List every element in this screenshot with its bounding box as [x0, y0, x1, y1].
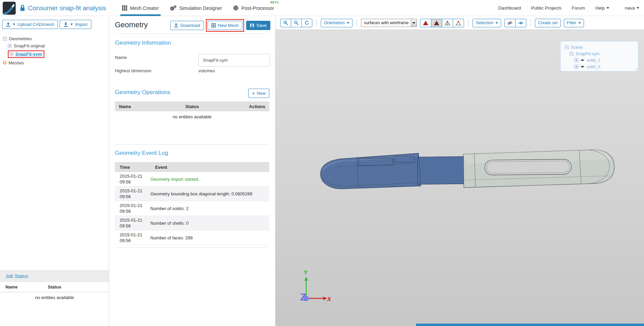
job-status-header: Job Status — [0, 270, 109, 282]
points-mode-button[interactable] — [453, 19, 464, 27]
tab-label: Post-Processor — [241, 5, 274, 11]
create-set-button[interactable]: Create set — [535, 19, 561, 27]
plus-icon: + — [252, 91, 255, 96]
tree-node-snapfit-sym[interactable]: SnapFit-sym — [8, 50, 45, 59]
collapse-icon[interactable] — [570, 52, 573, 56]
tab-simulation-designer[interactable]: Simulation Designer — [170, 0, 222, 16]
snapfit-model[interactable] — [317, 147, 617, 195]
viewer-canvas[interactable]: Scene SnapFit-sym solid_1 — [275, 29, 644, 326]
event-time: 2015-01-21 09:56 — [115, 216, 150, 230]
scene-node-solid-1[interactable]: solid_1 — [560, 57, 638, 63]
viewer-toolbar: Orientation surfaces with wireframe — [275, 16, 644, 29]
left-sidebar: Upload CAD/mesh Import Geometries SnapFi… — [0, 16, 109, 326]
filter-dropdown[interactable]: Filter — [564, 19, 584, 27]
app-logo[interactable] — [3, 2, 16, 15]
column-header-name: Name — [5, 284, 17, 290]
visibility-eye-icon[interactable] — [580, 65, 585, 68]
scene-node-solid-0[interactable]: solid_0 — [560, 63, 638, 70]
tree-node-meshes[interactable]: Meshes — [3, 60, 45, 66]
operations-table: Name Status Actions no entities availabl… — [115, 102, 269, 145]
wireframe-mode-button[interactable] — [442, 19, 453, 27]
name-input[interactable] — [198, 54, 270, 66]
show-all-button[interactable] — [515, 19, 526, 27]
save-label: Save — [256, 23, 267, 28]
chevron-down-icon — [413, 22, 415, 24]
expand-icon[interactable] — [8, 44, 12, 48]
section-heading-event-log: Geometry Event Log — [115, 150, 168, 157]
tab-post-processor[interactable]: Post-Processor BETA — [233, 0, 274, 16]
upload-cad-button[interactable]: Upload CAD/mesh — [2, 20, 58, 29]
scene-label: SnapFit-sym — [575, 51, 599, 56]
download-button[interactable]: Download — [170, 21, 204, 30]
nav-dashboard[interactable]: Dashboard — [498, 5, 521, 11]
selection-dropdown[interactable]: Selection — [473, 19, 501, 27]
hide-selection-button[interactable] — [504, 19, 515, 27]
expand-icon[interactable] — [10, 52, 13, 56]
app-root: Consumer snap-fit analysis Mesh Creator — [0, 0, 644, 326]
nav-help-menu[interactable]: Help — [595, 5, 609, 11]
visibility-eye-icon[interactable] — [580, 59, 585, 62]
table-footer-spacer — [115, 245, 269, 248]
table-row: 2015-01-21 09:56 Number of faces: 298 — [115, 231, 269, 245]
app-tabs: Mesh Creator Simulation Designer Post-Pr… — [122, 0, 274, 16]
sidebar-actions: Upload CAD/mesh Import — [2, 20, 91, 29]
surface-mode-button[interactable] — [420, 19, 431, 27]
user-menu[interactable]: nava — [625, 5, 639, 11]
gear-icon — [233, 5, 239, 11]
selection-label: Selection — [476, 20, 493, 25]
event-log-header: Time Event — [115, 162, 269, 172]
axis-triad: Y X Z — [293, 268, 331, 306]
render-mode-value: surfaces with wireframe — [364, 20, 408, 25]
event-text: Geometry import started. — [150, 175, 269, 183]
collapse-icon[interactable] — [565, 45, 569, 49]
collapse-icon[interactable] — [3, 37, 7, 41]
zoom-to-fit-button[interactable] — [280, 19, 291, 27]
nav-forum[interactable]: Forum — [572, 5, 585, 11]
annotation-box: New Mesh — [206, 19, 244, 32]
top-header: Consumer snap-fit analysis Mesh Creator — [0, 0, 644, 16]
event-text: Number of solids: 2 — [150, 205, 269, 212]
nav-public-projects[interactable]: Public Projects — [531, 5, 561, 11]
select-arrow — [411, 19, 417, 27]
geometry-tree: Geometries SnapFit-original SnapFit-sym … — [3, 35, 45, 67]
table-row: 2015-01-21 09:56 Number of shells: 0 — [115, 216, 269, 231]
new-mesh-button[interactable]: New Mesh — [208, 21, 242, 30]
column-header-status: Status — [48, 284, 61, 290]
new-operation-button[interactable]: +New — [248, 89, 269, 98]
resize-handle[interactable] — [634, 67, 638, 71]
scene-node-root[interactable]: Scene — [560, 44, 638, 50]
section-heading-info: Geometry Information — [115, 40, 171, 46]
tree-node-geometries[interactable]: Geometries — [3, 35, 45, 42]
gears-icon — [170, 5, 177, 11]
import-button[interactable]: Import — [60, 20, 91, 29]
user-name: nava — [625, 5, 635, 11]
column-header-actions: Actions — [249, 104, 265, 109]
triangle-wireframe-icon — [434, 21, 439, 25]
save-icon — [250, 23, 254, 28]
operations-table-body: no entities available — [115, 111, 269, 144]
tree-label-selected[interactable]: SnapFit-sym — [15, 51, 42, 57]
surface-wireframe-mode-button[interactable] — [431, 19, 442, 27]
geometry-panel: Geometry Download New Mes — [109, 16, 275, 326]
tab-mesh-creator[interactable]: Mesh Creator — [122, 0, 159, 16]
chevron-down-icon — [606, 7, 609, 9]
save-button[interactable]: Save — [246, 21, 270, 30]
table-row: 2015-01-21 09:56 Number of solids: 2 — [115, 201, 269, 216]
brand: Consumer snap-fit analysis — [3, 1, 106, 15]
event-text: Geometry bounding box diagonal length: 0… — [150, 190, 269, 198]
orientation-label: Orientation — [324, 20, 345, 25]
scene-node-geometry[interactable]: SnapFit-sym — [560, 50, 638, 57]
tree-node-snapfit-original[interactable]: SnapFit-original — [8, 43, 45, 49]
download-label: Download — [180, 23, 200, 28]
zoom-out-button[interactable] — [291, 19, 302, 27]
axis-x-label: X — [327, 296, 331, 302]
scene-label: solid_0 — [587, 64, 600, 69]
refresh-view-button[interactable] — [301, 19, 312, 27]
axis-y-label: Y — [304, 269, 308, 276]
expand-icon[interactable] — [574, 58, 578, 62]
event-log-table: Time Event 2015-01-21 09:56 Geometry imp… — [115, 162, 269, 248]
orientation-dropdown[interactable]: Orientation — [321, 19, 353, 27]
render-mode-select[interactable]: surfaces with wireframe — [361, 19, 417, 27]
chevron-down-icon — [578, 22, 581, 24]
expand-icon[interactable] — [574, 65, 578, 69]
